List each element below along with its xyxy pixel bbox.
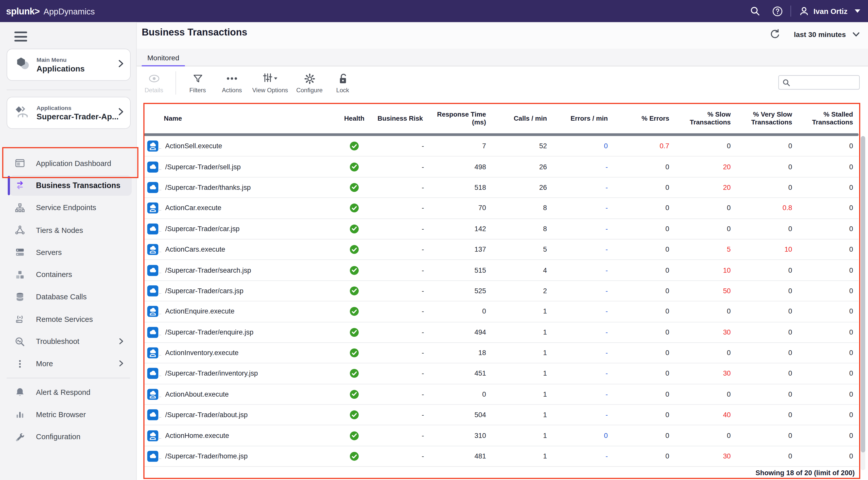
sidebar-item-alert-respond[interactable]: Alert & Respond	[0, 381, 137, 404]
servlet-cloud-icon	[147, 182, 158, 193]
cell-value[interactable]: -	[553, 370, 613, 378]
transaction-name[interactable]: ActionSell.execute	[165, 142, 222, 150]
column-header-pct-very-slow[interactable]: % Very Slow Transactions	[736, 110, 798, 126]
transaction-name[interactable]: ActionCars.execute	[165, 246, 225, 253]
table-row[interactable]: ../Supercar-Trader/thanks.jsp-51826-0200…	[144, 177, 858, 198]
transaction-name[interactable]: /Supercar-Trader/thanks.jsp	[165, 183, 251, 191]
cell-value: 0	[736, 183, 798, 191]
column-header-pct-stalled[interactable]: % Stalled Transactions	[798, 110, 859, 126]
lock-button[interactable]: Lock	[328, 67, 358, 94]
transaction-name[interactable]: /Supercar-Trader/inventory.jsp	[165, 370, 258, 378]
sidebar-item-tiers-nodes[interactable]: Tiers & Nodes	[0, 219, 137, 241]
transaction-name[interactable]: ActionCar.execute	[165, 204, 221, 212]
transaction-name[interactable]: /Supercar-Trader/home.jsp	[165, 452, 248, 460]
table-row[interactable]: ../Supercar-Trader/sell.jsp-49826-02000	[144, 157, 858, 177]
transaction-name[interactable]: /Supercar-Trader/enquire.jsp	[165, 329, 253, 336]
table-row[interactable]: ..ActionHome.execute-310100000	[144, 425, 858, 446]
search-input[interactable]	[793, 78, 854, 87]
sidebar-item-servers[interactable]: Servers	[0, 241, 137, 264]
application-card[interactable]: Applications Supercar-Trader-Ap...	[7, 97, 131, 129]
cell-value[interactable]: -	[553, 163, 613, 171]
cell-value: -	[371, 225, 429, 233]
cell-value[interactable]: -	[553, 452, 613, 460]
table-row[interactable]: ../Supercar-Trader/car.jsp-1428-0000	[144, 219, 858, 239]
column-header-response-time[interactable]: Response Time (ms)	[430, 110, 492, 126]
cell-value[interactable]: -	[553, 308, 613, 315]
cell-value[interactable]: -	[553, 225, 613, 233]
sidebar-item-business-transactions[interactable]: Business Transactions	[0, 174, 137, 197]
table-row[interactable]: ..ActionCars.execute-1375-05100	[144, 239, 858, 260]
transaction-name[interactable]: ActionAbout.execute	[165, 390, 228, 398]
column-header-business-risk[interactable]: Business Risk	[371, 114, 429, 123]
table-row[interactable]: ../Supercar-Trader/inventory.jsp-4511-03…	[144, 364, 858, 384]
main-menu-card[interactable]: Main Menu Applications	[7, 49, 131, 81]
table-row[interactable]: ..ActionCar.execute-708-000.80	[144, 198, 858, 219]
alert-respond-icon	[15, 387, 25, 397]
column-header-pct-errors[interactable]: % Errors	[613, 114, 675, 123]
metric-browser-icon	[15, 410, 25, 419]
cell-value[interactable]: 0	[553, 142, 613, 150]
transaction-name[interactable]: ActionEnquire.execute	[165, 308, 235, 315]
sidebar-item-troubleshoot[interactable]: Troubleshoot	[0, 331, 137, 353]
cell-value[interactable]: -	[553, 246, 613, 253]
transaction-name[interactable]: /Supercar-Trader/about.jsp	[165, 411, 248, 419]
sidebar-item-containers[interactable]: Containers	[0, 264, 137, 286]
cell-value[interactable]: 0	[553, 432, 613, 440]
transaction-name[interactable]: /Supercar-Trader/car.jsp	[165, 225, 240, 233]
filters-button[interactable]: Filters	[180, 67, 215, 94]
cell-value: 0	[798, 142, 859, 150]
transaction-name[interactable]: ActionInventory.execute	[165, 349, 239, 357]
time-range-selector[interactable]: last 30 minutes	[794, 30, 860, 38]
view-options-button[interactable]: View Options	[249, 67, 291, 94]
horizontal-scrollbar[interactable]	[144, 133, 858, 136]
table-row[interactable]: ../Supercar-Trader/search.jsp-5154-01000	[144, 260, 858, 281]
cell-value[interactable]: -	[553, 204, 613, 212]
table-row[interactable]: ../Supercar-Trader/cars.jsp-5252-05000	[144, 281, 858, 302]
vertical-scrollbar-track	[861, 136, 865, 470]
cell-value[interactable]: -	[553, 349, 613, 357]
sidebar-item-configuration[interactable]: Configuration	[0, 425, 137, 448]
transaction-name[interactable]: /Supercar-Trader/cars.jsp	[165, 287, 243, 295]
toolbar: Details Filters Actions View Options	[137, 67, 358, 100]
search-icon[interactable]	[744, 0, 766, 22]
cell-value[interactable]: -	[553, 390, 613, 398]
column-header-name[interactable]: Name	[144, 114, 338, 123]
table-row[interactable]: ..ActionEnquire.execute-01-0000	[144, 302, 858, 322]
sidebar-item-application-dashboard[interactable]: Application Dashboard	[0, 152, 137, 174]
user-menu[interactable]: Ivan Ortiz	[799, 6, 860, 16]
table-row[interactable]: ..ActionSell.execute-75200.7000	[144, 136, 858, 157]
transaction-name[interactable]: ActionHome.execute	[165, 432, 229, 440]
cell-value[interactable]: -	[553, 266, 613, 274]
actions-button[interactable]: Actions	[215, 67, 249, 94]
table-row[interactable]: ..ActionAbout.execute-01-0000	[144, 384, 858, 405]
cell-value[interactable]: -	[553, 287, 613, 295]
sidebar-item-database-calls[interactable]: Database Calls	[0, 286, 137, 308]
cell-value[interactable]: -	[553, 329, 613, 336]
cell-value: 0	[736, 370, 798, 378]
table-row[interactable]: ../Supercar-Trader/about.jsp-5041-04000	[144, 405, 858, 426]
cell-value: 0	[613, 370, 675, 378]
column-header-calls-min[interactable]: Calls / min	[492, 114, 553, 123]
configure-button[interactable]: Configure	[291, 67, 328, 94]
column-header-errors-min[interactable]: Errors / min	[553, 114, 613, 123]
vertical-scrollbar-thumb[interactable]	[861, 136, 865, 452]
help-icon[interactable]	[766, 0, 788, 22]
tab-monitored[interactable]: Monitored	[142, 49, 185, 66]
sidebar-item-more[interactable]: More	[0, 353, 137, 375]
sidebar-item-service-endpoints[interactable]: Service Endpoints	[0, 197, 137, 219]
cell-value: 0	[798, 432, 859, 440]
column-header-health[interactable]: Health	[338, 114, 371, 123]
column-header-pct-slow[interactable]: % Slow Transactions	[675, 110, 736, 126]
refresh-icon[interactable]	[770, 29, 781, 40]
transaction-name[interactable]: /Supercar-Trader/search.jsp	[165, 266, 251, 274]
sidebar-item-metric-browser[interactable]: Metric Browser	[0, 404, 137, 426]
cell-value[interactable]: -	[553, 183, 613, 191]
transaction-name[interactable]: /Supercar-Trader/sell.jsp	[165, 163, 241, 171]
cell-value[interactable]: -	[553, 411, 613, 419]
hamburger-menu-icon[interactable]	[14, 31, 27, 42]
cell-value: 0	[798, 246, 859, 253]
table-row[interactable]: ..ActionInventory.execute-181-0000	[144, 343, 858, 364]
table-row[interactable]: ../Supercar-Trader/enquire.jsp-4941-0300…	[144, 322, 858, 343]
table-row[interactable]: ../Supercar-Trader/home.jsp-4811-03000	[144, 446, 858, 467]
sidebar-item-remote-services[interactable]: Remote Services	[0, 308, 137, 331]
